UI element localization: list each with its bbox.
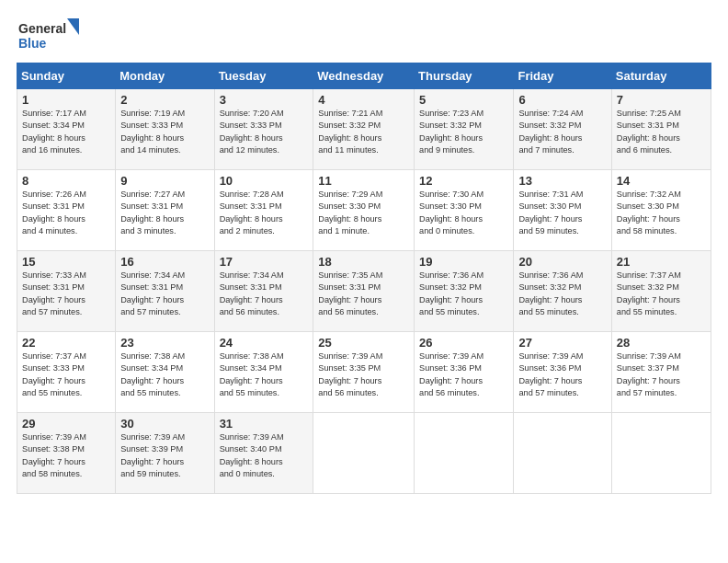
cell-info: Sunrise: 7:37 AMSunset: 3:32 PMDaylight:… <box>617 270 707 318</box>
cell-info: Sunrise: 7:39 AMSunset: 3:38 PMDaylight:… <box>22 431 111 480</box>
day-number: 7 <box>617 93 707 107</box>
cell-info: Sunrise: 7:39 AMSunset: 3:39 PMDaylight:… <box>120 431 210 480</box>
day-number: 21 <box>617 255 707 269</box>
calendar-cell: 2Sunrise: 7:19 AMSunset: 3:33 PMDaylight… <box>116 89 214 170</box>
day-number: 26 <box>419 336 509 350</box>
calendar-week-3: 15Sunrise: 7:33 AMSunset: 3:31 PMDayligh… <box>17 251 711 332</box>
cell-info: Sunrise: 7:28 AMSunset: 3:31 PMDaylight:… <box>220 189 310 237</box>
header: GeneralBlue <box>17 17 711 53</box>
calendar-cell: 14Sunrise: 7:32 AMSunset: 3:30 PMDayligh… <box>611 170 711 251</box>
cell-info: Sunrise: 7:39 AMSunset: 3:36 PMDaylight:… <box>419 350 509 399</box>
day-number: 24 <box>220 336 310 350</box>
day-number: 27 <box>518 336 607 350</box>
svg-text:General: General <box>18 21 66 36</box>
cell-info: Sunrise: 7:20 AMSunset: 3:33 PMDaylight:… <box>220 108 310 156</box>
day-number: 29 <box>22 417 111 431</box>
day-number: 8 <box>22 174 111 188</box>
day-number: 14 <box>617 174 707 188</box>
calendar-cell: 9Sunrise: 7:27 AMSunset: 3:31 PMDaylight… <box>116 170 214 251</box>
calendar-cell: 24Sunrise: 7:38 AMSunset: 3:34 PMDayligh… <box>214 332 313 413</box>
calendar-cell: 5Sunrise: 7:23 AMSunset: 3:32 PMDaylight… <box>415 89 514 170</box>
day-number: 19 <box>419 255 509 269</box>
calendar-cell: 6Sunrise: 7:24 AMSunset: 3:32 PMDaylight… <box>514 89 611 170</box>
weekday-tuesday: Tuesday <box>214 63 313 89</box>
calendar-week-5: 29Sunrise: 7:39 AMSunset: 3:38 PMDayligh… <box>17 413 711 494</box>
cell-info: Sunrise: 7:34 AMSunset: 3:31 PMDaylight:… <box>120 270 210 318</box>
calendar-cell: 22Sunrise: 7:37 AMSunset: 3:33 PMDayligh… <box>17 332 116 413</box>
calendar-week-2: 8Sunrise: 7:26 AMSunset: 3:31 PMDaylight… <box>17 170 711 251</box>
calendar-cell: 4Sunrise: 7:21 AMSunset: 3:32 PMDaylight… <box>313 89 415 170</box>
cell-info: Sunrise: 7:38 AMSunset: 3:34 PMDaylight:… <box>220 350 310 399</box>
day-number: 22 <box>22 336 111 350</box>
calendar-cell: 16Sunrise: 7:34 AMSunset: 3:31 PMDayligh… <box>116 251 214 332</box>
cell-info: Sunrise: 7:26 AMSunset: 3:31 PMDaylight:… <box>22 189 111 237</box>
cell-info: Sunrise: 7:25 AMSunset: 3:31 PMDaylight:… <box>617 108 707 156</box>
cell-info: Sunrise: 7:33 AMSunset: 3:31 PMDaylight:… <box>22 270 111 318</box>
calendar-cell: 29Sunrise: 7:39 AMSunset: 3:38 PMDayligh… <box>17 413 116 494</box>
day-number: 4 <box>318 93 410 107</box>
svg-text:Blue: Blue <box>18 36 47 51</box>
calendar-cell: 28Sunrise: 7:39 AMSunset: 3:37 PMDayligh… <box>611 332 711 413</box>
day-number: 28 <box>617 336 707 350</box>
calendar-cell <box>611 413 711 494</box>
cell-info: Sunrise: 7:39 AMSunset: 3:37 PMDaylight:… <box>617 350 707 399</box>
cell-info: Sunrise: 7:34 AMSunset: 3:31 PMDaylight:… <box>220 270 310 318</box>
weekday-thursday: Thursday <box>415 63 514 89</box>
day-number: 18 <box>318 255 410 269</box>
cell-info: Sunrise: 7:29 AMSunset: 3:30 PMDaylight:… <box>318 189 410 237</box>
weekday-saturday: Saturday <box>611 63 711 89</box>
weekday-wednesday: Wednesday <box>313 63 415 89</box>
calendar-cell <box>415 413 514 494</box>
cell-info: Sunrise: 7:17 AMSunset: 3:34 PMDaylight:… <box>22 108 111 156</box>
cell-info: Sunrise: 7:32 AMSunset: 3:30 PMDaylight:… <box>617 189 707 237</box>
calendar-cell: 21Sunrise: 7:37 AMSunset: 3:32 PMDayligh… <box>611 251 711 332</box>
weekday-header-row: SundayMondayTuesdayWednesdayThursdayFrid… <box>17 63 711 89</box>
calendar-cell: 27Sunrise: 7:39 AMSunset: 3:36 PMDayligh… <box>514 332 611 413</box>
day-number: 2 <box>120 93 210 107</box>
day-number: 3 <box>220 93 310 107</box>
cell-info: Sunrise: 7:24 AMSunset: 3:32 PMDaylight:… <box>518 108 607 156</box>
calendar-cell: 25Sunrise: 7:39 AMSunset: 3:35 PMDayligh… <box>313 332 415 413</box>
day-number: 1 <box>22 93 111 107</box>
cell-info: Sunrise: 7:27 AMSunset: 3:31 PMDaylight:… <box>120 189 210 237</box>
calendar-cell: 12Sunrise: 7:30 AMSunset: 3:30 PMDayligh… <box>415 170 514 251</box>
day-number: 16 <box>120 255 210 269</box>
cell-info: Sunrise: 7:19 AMSunset: 3:33 PMDaylight:… <box>120 108 210 156</box>
day-number: 12 <box>419 174 509 188</box>
weekday-sunday: Sunday <box>17 63 116 89</box>
day-number: 5 <box>419 93 509 107</box>
day-number: 23 <box>120 336 210 350</box>
cell-info: Sunrise: 7:39 AMSunset: 3:36 PMDaylight:… <box>518 350 607 399</box>
weekday-friday: Friday <box>514 63 611 89</box>
cell-info: Sunrise: 7:30 AMSunset: 3:30 PMDaylight:… <box>419 189 509 237</box>
calendar-cell: 10Sunrise: 7:28 AMSunset: 3:31 PMDayligh… <box>214 170 313 251</box>
page: GeneralBlue SundayMondayTuesdayWednesday… <box>0 0 728 503</box>
cell-info: Sunrise: 7:36 AMSunset: 3:32 PMDaylight:… <box>518 270 607 318</box>
day-number: 17 <box>220 255 310 269</box>
calendar-week-1: 1Sunrise: 7:17 AMSunset: 3:34 PMDaylight… <box>17 89 711 170</box>
cell-info: Sunrise: 7:35 AMSunset: 3:31 PMDaylight:… <box>318 270 410 318</box>
cell-info: Sunrise: 7:38 AMSunset: 3:34 PMDaylight:… <box>120 350 210 399</box>
cell-info: Sunrise: 7:36 AMSunset: 3:32 PMDaylight:… <box>419 270 509 318</box>
day-number: 13 <box>518 174 607 188</box>
day-number: 10 <box>220 174 310 188</box>
calendar-cell: 8Sunrise: 7:26 AMSunset: 3:31 PMDaylight… <box>17 170 116 251</box>
calendar-cell: 20Sunrise: 7:36 AMSunset: 3:32 PMDayligh… <box>514 251 611 332</box>
cell-info: Sunrise: 7:37 AMSunset: 3:33 PMDaylight:… <box>22 350 111 399</box>
calendar-cell: 17Sunrise: 7:34 AMSunset: 3:31 PMDayligh… <box>214 251 313 332</box>
svg-marker-2 <box>67 18 79 35</box>
day-number: 25 <box>318 336 410 350</box>
calendar-cell: 18Sunrise: 7:35 AMSunset: 3:31 PMDayligh… <box>313 251 415 332</box>
calendar-table: SundayMondayTuesdayWednesdayThursdayFrid… <box>17 63 711 494</box>
cell-info: Sunrise: 7:21 AMSunset: 3:32 PMDaylight:… <box>318 108 410 156</box>
calendar-cell: 11Sunrise: 7:29 AMSunset: 3:30 PMDayligh… <box>313 170 415 251</box>
calendar-cell: 26Sunrise: 7:39 AMSunset: 3:36 PMDayligh… <box>415 332 514 413</box>
calendar-cell: 1Sunrise: 7:17 AMSunset: 3:34 PMDaylight… <box>17 89 116 170</box>
calendar-week-4: 22Sunrise: 7:37 AMSunset: 3:33 PMDayligh… <box>17 332 711 413</box>
calendar-cell: 31Sunrise: 7:39 AMSunset: 3:40 PMDayligh… <box>214 413 313 494</box>
cell-info: Sunrise: 7:39 AMSunset: 3:35 PMDaylight:… <box>318 350 410 399</box>
calendar-cell: 13Sunrise: 7:31 AMSunset: 3:30 PMDayligh… <box>514 170 611 251</box>
day-number: 20 <box>518 255 607 269</box>
day-number: 11 <box>318 174 410 188</box>
calendar-cell: 7Sunrise: 7:25 AMSunset: 3:31 PMDaylight… <box>611 89 711 170</box>
